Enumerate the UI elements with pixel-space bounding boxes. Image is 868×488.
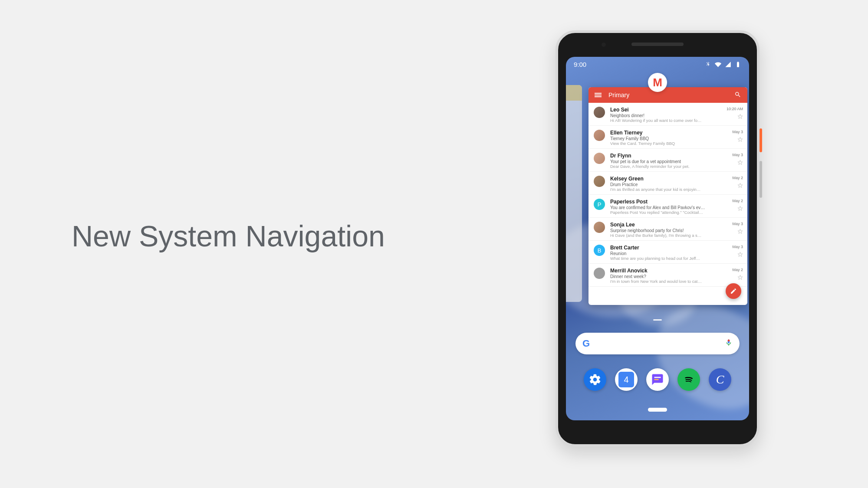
email-row[interactable]: Merrill AnovickDinner next week?I'm in t… [589,264,747,287]
c-app-icon[interactable]: C [709,368,731,391]
email-avatar [594,268,605,279]
email-row[interactable]: Leo SeiNeighbors dinner!Hi All! Wonderin… [589,103,747,126]
email-subject: Your pet is due for a vet appointment [610,159,742,164]
phone-camera [602,43,606,47]
email-avatar [594,130,605,141]
email-row[interactable]: Ellen TierneyTierney Family BBQView the … [589,126,747,149]
star-icon[interactable] [737,182,743,188]
email-meta: May 3 [732,222,743,234]
spotify-app-icon[interactable] [677,368,700,391]
gear-icon [589,373,602,386]
email-time: May 3 [732,245,743,249]
email-row[interactable]: Dr FlynnYour pet is due for a vet appoin… [589,149,747,172]
wifi-icon [715,61,721,68]
star-icon[interactable] [737,159,743,165]
email-row[interactable]: Kelsey GreenDrum PracticeI'm as thrilled… [589,172,747,195]
email-sender: Merrill Anovick [610,268,742,274]
email-meta: May 3 [732,245,743,257]
email-content: Brett CarterReunionWhat time are you pla… [610,245,742,261]
star-icon[interactable] [737,113,743,119]
email-content: Kelsey GreenDrum PracticeI'm as thrilled… [610,176,742,192]
email-sender: Leo Sei [610,107,742,113]
email-avatar [594,153,605,164]
home-navigation-pill[interactable] [648,408,667,412]
email-sender: Paperless Post [610,199,742,205]
status-time: 9:00 [574,61,586,68]
email-content: Dr FlynnYour pet is due for a vet appoin… [610,153,742,169]
email-preview: Dear Dave, A friendly reminder for your … [610,164,742,169]
menu-icon[interactable] [595,93,602,97]
email-subject: Reunion [610,251,742,256]
email-preview: What time are you planning to head out f… [610,256,742,261]
drag-handle-indicator[interactable] [653,319,662,321]
email-meta: May 2 [732,176,743,188]
email-meta: 10:20 AM [727,107,743,119]
star-icon[interactable] [737,205,743,211]
email-subject: You are confirmed for Alex and Bill Pavk… [610,205,742,210]
email-preview: View the Card. Tierney Family BBQ [610,141,742,146]
email-time: 10:20 AM [727,107,743,111]
slide-title: New System Navigation [72,219,385,253]
google-search-bar[interactable]: G [575,333,740,354]
settings-app-icon[interactable] [584,368,606,391]
gmail-app-icon[interactable]: M [648,73,667,92]
email-avatar [594,176,605,187]
voice-search-icon[interactable] [725,338,733,349]
email-time: May 2 [732,199,743,203]
email-subject: Drum Practice [610,182,742,187]
email-avatar [594,107,605,118]
email-row[interactable]: Sonja LeeSurprise neighborhood party for… [589,218,747,241]
star-icon[interactable] [737,136,743,142]
bluetooth-icon [705,61,711,68]
email-content: Ellen TierneyTierney Family BBQView the … [610,130,742,146]
email-content: Sonja LeeSurprise neighborhood party for… [610,222,742,238]
email-avatar: B [594,245,605,256]
calendar-app-icon[interactable]: 4 [615,368,638,391]
email-row[interactable]: BBrett CarterReunionWhat time are you pl… [589,241,747,264]
email-avatar [594,222,605,233]
star-icon[interactable] [737,228,743,234]
email-row[interactable]: PPaperless PostYou are confirmed for Ale… [589,195,747,218]
gmail-inbox-list[interactable]: Leo SeiNeighbors dinner!Hi All! Wonderin… [589,103,747,305]
search-icon[interactable] [734,91,741,99]
email-subject: Dinner next week? [610,274,742,279]
phone-device-frame: 9:00 M Primary Leo SeiNeighbors dinner [556,30,760,447]
email-sender: Kelsey Green [610,176,742,182]
gmail-header: Primary [589,87,747,103]
email-preview: I'm in town from New York and would love… [610,279,742,284]
email-content: Paperless PostYou are confirmed for Alex… [610,199,742,215]
pencil-icon [730,288,737,295]
gmail-tab-label: Primary [608,92,734,98]
svg-rect-1 [654,379,659,380]
battery-icon [735,61,741,68]
email-time: May 3 [732,222,743,226]
status-icons [705,61,741,68]
email-sender: Sonja Lee [610,222,742,228]
status-bar: 9:00 [566,57,749,72]
compose-button[interactable] [726,283,741,299]
email-sender: Dr Flynn [610,153,742,159]
cellular-icon [725,61,731,68]
email-preview: Paperless Post You replied "attending." … [610,210,742,215]
previous-app-header [566,85,582,101]
power-button[interactable] [760,128,762,152]
email-meta: May 3 [732,153,743,165]
email-preview: Hi Dave (and the Burke family), I'm thro… [610,233,742,238]
email-time: May 3 [732,153,743,157]
star-icon[interactable] [737,274,743,280]
svg-rect-0 [654,377,661,378]
gmail-recent-card[interactable]: Primary Leo SeiNeighbors dinner!Hi All! … [589,87,747,305]
email-content: Merrill AnovickDinner next week?I'm in t… [610,268,742,284]
email-time: May 2 [732,268,743,272]
email-preview: I'm as thrilled as anyone that your kid … [610,187,742,192]
messages-app-icon[interactable] [646,368,669,391]
email-sender: Ellen Tierney [610,130,742,136]
recent-app-card-previous[interactable] [566,85,582,302]
star-icon[interactable] [737,251,743,257]
email-subject: Neighbors dinner! [610,113,742,118]
calendar-day-label: 4 [618,372,634,387]
email-sender: Brett Carter [610,245,742,251]
gmail-logo-icon: M [653,76,662,89]
email-subject: Tierney Family BBQ [610,136,742,141]
volume-button[interactable] [760,161,762,198]
